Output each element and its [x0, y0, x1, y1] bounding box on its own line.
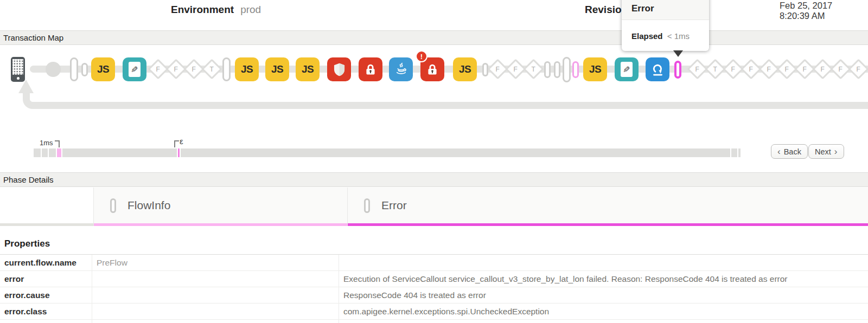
client-phone-icon [11, 57, 25, 82]
timeline-segment-highlight [57, 148, 61, 157]
java-icon [394, 62, 409, 77]
property-row-partial [0, 320, 868, 323]
condition-diamond[interactable]: T [523, 59, 544, 79]
timeline-segment [34, 148, 41, 157]
property-error-value: ResponseCode 404 is treated as error [339, 287, 868, 303]
step-capsule[interactable] [81, 63, 88, 76]
property-name: error.class [0, 303, 92, 319]
trace-debug-view: Environmentprod Revision Feb 25, 2017 8:… [0, 0, 868, 323]
tab-flowinfo[interactable]: FlowInfo [93, 188, 347, 226]
condition-diamond[interactable]: F [723, 59, 743, 79]
next-button[interactable]: Next › [808, 144, 844, 159]
condition-diamond[interactable]: F [794, 59, 815, 79]
condition-diamond[interactable]: F [487, 59, 508, 79]
condition-result-label: F [856, 66, 860, 73]
property-flowinfo-value [92, 271, 339, 287]
condition-result-label: F [820, 66, 824, 73]
property-row: error.classcom.apigee.kernel.exceptions.… [0, 303, 868, 320]
step-capsule[interactable] [554, 61, 560, 78]
back-button[interactable]: ‹ Back [771, 144, 808, 159]
tooltip-elapsed-value: < 1ms [667, 31, 690, 41]
lock-icon [363, 62, 378, 76]
tooltip-pointer-icon [673, 50, 683, 57]
tooltip-body: Elapsed < 1ms [622, 20, 709, 51]
timeline-segment [62, 148, 177, 157]
condition-diamond[interactable]: T [201, 59, 222, 79]
step-capsule[interactable] [222, 57, 231, 81]
phase-details-title: Phase Details [3, 175, 54, 184]
condition-result-label: F [495, 66, 499, 73]
timeline-bracket-right-icon [55, 140, 60, 147]
step-capsule[interactable] [544, 61, 551, 78]
policy-icon-javascript[interactable]: JS [583, 57, 607, 81]
condition-diamond[interactable]: F [183, 59, 204, 79]
transaction-timeline[interactable] [34, 148, 741, 157]
condition-diamond[interactable]: F [758, 59, 779, 79]
step-capsule-pink[interactable] [572, 61, 579, 78]
condition-result-label: F [749, 66, 752, 73]
condition-result-label: F [695, 66, 699, 73]
step-capsule[interactable] [70, 57, 78, 81]
condition-result-label: T [531, 66, 535, 73]
condition-diamond[interactable]: F [776, 59, 797, 79]
policy-icon-java[interactable] [389, 57, 413, 81]
condition-diamond[interactable]: F [165, 59, 186, 79]
policy-icon-service-callout[interactable] [646, 57, 669, 81]
js-label: JS [589, 63, 601, 75]
condition-diamond[interactable]: F [830, 59, 851, 79]
policy-icon-assign-message[interactable]: ✎ [123, 57, 146, 81]
condition-diamond[interactable]: F [812, 59, 833, 79]
step-capsule[interactable] [563, 57, 571, 82]
property-error-value [339, 255, 868, 270]
policy-icon-lock-with-error[interactable]: ! [420, 57, 444, 81]
policy-icon-javascript[interactable]: JS [453, 57, 477, 81]
policy-icon-spike-arrest[interactable] [327, 57, 351, 81]
condition-diamond[interactable]: F [505, 59, 526, 79]
step-capsule-icon [110, 198, 116, 213]
condition-diamond[interactable]: F [848, 59, 868, 79]
policy-icon-assign-message[interactable]: ✎ [615, 57, 639, 81]
next-button-label: Next [815, 147, 831, 156]
tab-flowinfo-label: FlowInfo [127, 199, 170, 212]
chevron-left-icon: ‹ [777, 146, 781, 157]
properties-table: current.flow.namePreFlowerrorExecution o… [0, 255, 868, 323]
condition-result-label: F [156, 66, 159, 73]
step-capsule-magenta[interactable] [674, 61, 681, 79]
response-flow-line [23, 92, 868, 109]
condition-result-label: F [192, 66, 195, 73]
policy-icon-javascript[interactable]: JS [235, 57, 259, 81]
policy-icon-verify-api-key[interactable] [359, 57, 382, 81]
policy-icon-javascript[interactable]: JS [265, 57, 289, 81]
property-name: error [0, 271, 92, 287]
condition-result-label: T [713, 66, 717, 73]
condition-diamond[interactable]: F [687, 59, 707, 79]
timeline-marker-epsilon: ε [180, 137, 183, 146]
tooltip-elapsed-label: Elapsed [631, 31, 663, 41]
condition-diamond[interactable]: F [148, 59, 168, 79]
condition-result-label: F [838, 66, 842, 73]
timeline-segment [181, 148, 730, 157]
property-row: current.flow.namePreFlow [0, 255, 868, 271]
js-label: JS [241, 63, 253, 75]
condition-result-label: F [802, 66, 806, 73]
condition-result-label: F [767, 66, 770, 73]
timeline-segment-highlight [178, 148, 180, 157]
js-label: JS [302, 63, 314, 75]
tooltip-title: Error [622, 0, 709, 20]
phase-tabs: FlowInfo Error [0, 188, 868, 226]
timeline-segment [731, 148, 737, 157]
condition-result-label: F [174, 66, 177, 73]
phase-details-header: Phase Details [0, 172, 868, 187]
condition-diamond[interactable]: F [741, 59, 761, 79]
property-row: error.causeResponseCode 404 is treated a… [0, 287, 868, 303]
policy-icon-javascript[interactable]: JS [296, 57, 320, 81]
policy-icon-javascript[interactable]: JS [91, 57, 115, 81]
callout-loop-icon [650, 62, 665, 77]
timeline-bracket-left-icon [174, 140, 179, 147]
js-label: JS [459, 63, 471, 75]
tab-error[interactable]: Error [347, 188, 868, 226]
properties-title: Properties [0, 226, 868, 255]
phase-tab-spacer [0, 188, 93, 226]
chevron-right-icon: › [834, 146, 838, 157]
condition-diamond[interactable]: T [705, 59, 725, 79]
